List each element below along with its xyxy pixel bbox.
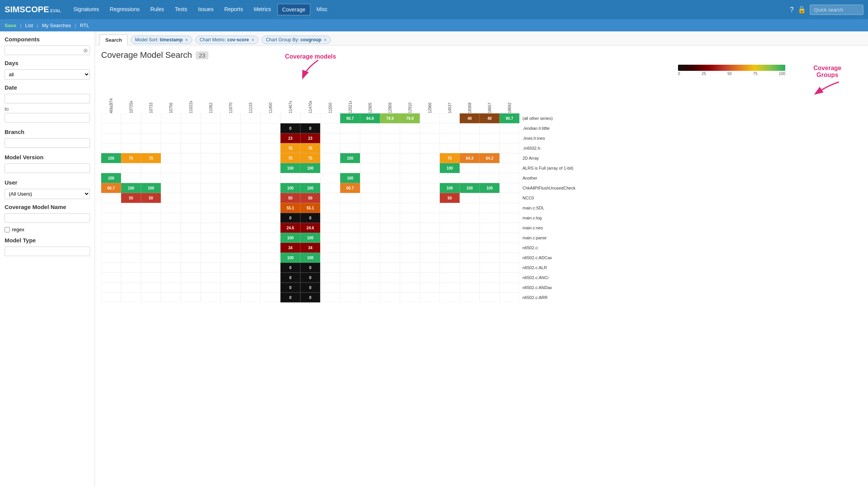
heatmap-cell — [420, 203, 440, 213]
save-link[interactable]: Save — [5, 23, 16, 28]
heatmap-cell — [141, 263, 161, 273]
heatmap-cell — [320, 183, 340, 193]
coverage-model-name-title: Coverage Model Name — [5, 204, 90, 210]
heatmap-cell — [201, 213, 221, 223]
heatmap-cell: 79.9 — [380, 113, 400, 123]
heatmap-cell — [320, 233, 340, 243]
heatmap-cell — [221, 293, 241, 302]
components-clear-icon[interactable]: ⊗ — [83, 47, 88, 54]
tab-search[interactable]: Search — [100, 34, 128, 46]
filter-chip-chart-metric-remove[interactable]: × — [251, 37, 254, 42]
heatmap-cell: 0 — [280, 273, 300, 283]
heatmap-cell — [500, 183, 519, 193]
heatmap-cell: 75 — [300, 153, 320, 163]
heatmap-cell — [340, 253, 360, 263]
heatmap-cell — [181, 273, 201, 283]
list-link[interactable]: List — [25, 23, 33, 28]
heatmap-cell — [121, 163, 141, 173]
heatmap-cell — [300, 173, 320, 183]
heatmap-cell: 100 — [101, 173, 121, 183]
branch-input[interactable] — [5, 138, 90, 148]
nav-signatures[interactable]: Signatures — [69, 4, 104, 15]
quick-search-input[interactable] — [810, 5, 863, 15]
heatmap-cell: 64.3 — [460, 153, 480, 163]
heatmap-cell: 100 — [101, 153, 121, 163]
heatmap-cell — [320, 193, 340, 203]
heatmap-cell — [121, 113, 141, 123]
heatmap-cell — [500, 193, 519, 203]
model-type-input[interactable] — [5, 247, 90, 256]
days-select[interactable]: all 1 7 30 90 — [5, 69, 90, 80]
nav-metrics[interactable]: Metrics — [249, 4, 275, 15]
user-select[interactable]: (All Users) — [5, 189, 90, 199]
rtl-link[interactable]: RTL — [80, 23, 89, 28]
nav-tests[interactable]: Tests — [170, 4, 192, 15]
heatmap-cell — [360, 183, 380, 193]
heatmap-cell — [101, 163, 121, 173]
nav-coverage[interactable]: Coverage — [277, 4, 311, 15]
heatmap-cell — [260, 273, 280, 283]
heatmap-cell — [480, 123, 500, 133]
scale-container: 0 25 50 75 100 CoverageGroups — [101, 65, 785, 76]
heatmap-cell — [181, 183, 201, 193]
heatmap-cell — [161, 213, 181, 223]
heatmap-cell: 55.1 — [280, 203, 300, 213]
heatmap-cell — [221, 243, 241, 253]
heatmap-cell — [420, 193, 440, 203]
heatmap-cell — [400, 123, 420, 133]
heatmap-cell — [101, 193, 121, 203]
lock-icon[interactable]: 🔒 — [798, 5, 806, 14]
heatmap-cell — [440, 143, 460, 153]
heatmap-cell — [480, 293, 500, 302]
x-label-cell: 18657 — [480, 79, 500, 113]
heatmap-cell: 100 — [440, 183, 460, 193]
heatmap-cell — [380, 223, 400, 233]
heatmap-cell — [241, 123, 260, 133]
heatmap-cell — [440, 203, 460, 213]
help-icon[interactable]: ? — [790, 6, 794, 14]
filter-chip-model-sort-remove[interactable]: × — [185, 37, 188, 42]
heatmap-cell — [320, 263, 340, 273]
heatmap-cell: 24.6 — [280, 223, 300, 233]
nav-misc[interactable]: Misc — [312, 4, 332, 15]
heatmap-cell — [500, 223, 519, 233]
heatmap-cell — [201, 183, 221, 193]
heatmap-cell — [141, 243, 161, 253]
my-searches-link[interactable]: My Searches — [42, 23, 71, 28]
heatmap-cell — [241, 293, 260, 302]
heatmap-cell — [241, 283, 260, 293]
date-to-input[interactable] — [5, 113, 90, 123]
heatmap-cell — [161, 293, 181, 302]
heatmap-row: 24.624.6 — [101, 223, 519, 233]
heatmap-cell: 100 — [300, 233, 320, 243]
model-version-input[interactable] — [5, 163, 90, 173]
heatmap-cell — [101, 293, 121, 302]
heatmap-cell — [141, 173, 161, 183]
heatmap-cell — [500, 293, 519, 302]
heatmap-cell — [340, 143, 360, 153]
heatmap-cell — [340, 273, 360, 283]
x-label-cell: 10756 — [161, 79, 181, 113]
nav-rules[interactable]: Rules — [146, 4, 169, 15]
nav-issues[interactable]: Issues — [193, 4, 218, 15]
x-labels-row: 46fa3f7410725x107331075611022x1106211070… — [101, 79, 519, 113]
coverage-model-name-input[interactable] — [5, 213, 90, 223]
heatmap-cell — [121, 223, 141, 233]
heatmap-cell — [221, 213, 241, 223]
regex-checkbox[interactable] — [5, 227, 10, 232]
filter-chip-chart-group-remove[interactable]: × — [324, 37, 327, 42]
scale-label-75: 75 — [753, 72, 757, 76]
nav-regressions[interactable]: Regressions — [105, 4, 144, 15]
heatmap-cell — [460, 253, 480, 263]
heatmap-cell: 40 — [460, 113, 480, 123]
heatmap-cell — [141, 233, 161, 243]
heatmap-cell — [260, 233, 280, 243]
heatmap-cell — [201, 243, 221, 253]
heatmap-cell — [260, 123, 280, 133]
heatmap-cell: 50 — [440, 193, 460, 203]
nav-reports[interactable]: Reports — [219, 4, 247, 15]
scale-label-0: 0 — [678, 72, 680, 76]
heatmap-cell — [121, 133, 141, 143]
components-input[interactable] — [5, 46, 90, 55]
date-from-input[interactable] — [5, 94, 90, 103]
